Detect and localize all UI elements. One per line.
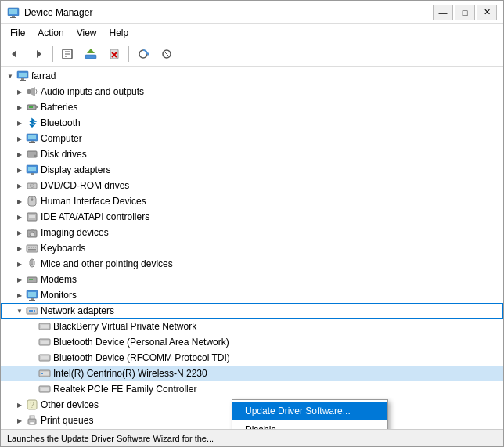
context-update-driver[interactable]: Update Driver Software... [232,402,387,420]
svg-rect-54 [28,249,30,251]
monitors-label: Monitors [41,290,77,301]
menu-help[interactable]: Help [103,26,135,40]
toolbar [1,41,503,67]
svg-rect-48 [31,229,34,231]
scan-button[interactable] [132,44,154,64]
svg-rect-2 [12,16,15,17]
svg-point-33 [34,155,37,157]
tree-network[interactable]: ▼ Network adapters [1,303,503,319]
svg-point-61 [29,279,31,280]
menu-file[interactable]: File [4,26,31,40]
tree-imaging[interactable]: ▶ Imaging devices [1,225,503,240]
network-label: Network adapters [41,305,114,316]
uninstall-button[interactable] [103,44,125,64]
expand-display[interactable]: ▶ [13,162,26,178]
menu-action[interactable]: Action [31,26,70,40]
forward-button[interactable] [27,44,49,64]
update-driver-button[interactable] [80,44,102,64]
tree-dvd[interactable]: ▶ DVD/CD-ROM drives [1,178,503,193]
hid-icon [26,195,38,207]
tree-realtek[interactable]: ▶ Realtek PCIe FE Family Controller [1,381,503,397]
modem-icon [26,273,38,286]
tree-batteries[interactable]: ▶ Batteries [1,99,503,115]
tree-computer[interactable]: ▶ Computer [1,131,503,146]
svg-rect-34 [28,153,34,153]
tree-root[interactable]: ▼ farrad [1,68,503,84]
window-title: Device Manager [24,7,92,18]
netcard-blackberry-icon [38,320,51,333]
bluetooth-icon [26,117,38,129]
mice-label: Mice and other pointing devices [41,258,173,269]
tree-hid[interactable]: ▶ Human Interface Devices [1,193,503,209]
svg-rect-64 [28,292,36,297]
svg-point-47 [30,232,34,236]
expand-mice[interactable]: ▶ [13,256,26,272]
svg-marker-4 [12,50,16,58]
properties-button[interactable] [56,44,78,64]
tree-btrfcomm[interactable]: ▶ Bluetooth Device (RFCOMM Protocol TDI) [1,350,503,366]
svg-rect-26 [36,106,38,108]
svg-rect-55 [30,249,34,251]
svg-rect-71 [34,310,35,312]
close-button[interactable]: ✕ [477,5,497,20]
tree-monitors[interactable]: ▶ Monitors [1,287,503,303]
expand-batteries[interactable]: ▶ [13,99,26,115]
tree-bluetooth[interactable]: ▶ Bluetooth [1,115,503,131]
display-icon [26,164,38,176]
svg-rect-10 [85,55,96,59]
svg-point-62 [31,279,33,280]
tree-ide[interactable]: ▶ IDE ATA/ATAPI controllers [1,209,503,225]
maximize-button[interactable]: □ [455,5,475,20]
context-disable[interactable]: Disable [232,420,387,429]
tree-blackberry[interactable]: ▶ BlackBerry Virtual Private Network [1,319,503,334]
menu-bar: File Action View Help [1,24,503,41]
expand-print[interactable]: ▶ [13,413,26,428]
expand-ide[interactable]: ▶ [13,209,26,225]
svg-rect-73 [41,325,49,328]
tree-modems[interactable]: ▶ Modems [1,272,503,287]
tree-audio[interactable]: ▶ Audio inputs and outputs [1,84,503,99]
svg-rect-36 [28,167,36,171]
dvd-label: DVD/CD-ROM drives [41,180,129,191]
expand-root[interactable]: ▼ [4,68,16,84]
svg-rect-1 [9,9,17,14]
app-icon [7,6,20,19]
svg-rect-22 [20,80,26,81]
expand-bluetooth[interactable]: ▶ [13,115,26,131]
monitor-icon [26,289,38,301]
expand-computer[interactable]: ▶ [13,131,26,146]
menu-view[interactable]: View [70,26,103,40]
tree-keyboards[interactable]: ▶ Keyboards [1,240,503,256]
refresh-button[interactable] [156,44,178,64]
expand-imaging[interactable]: ▶ [13,225,26,240]
expand-other[interactable]: ▶ [13,397,26,413]
imaging-icon [26,226,38,239]
device-tree[interactable]: ▼ farrad ▶ [1,67,503,429]
expand-hid[interactable]: ▶ [13,193,26,209]
svg-marker-24 [31,87,35,96]
back-button[interactable] [4,44,26,64]
tree-mice[interactable]: ▶ Mice and other pointing devices [1,256,503,272]
minimize-button[interactable]: — [433,5,453,20]
expand-modems[interactable]: ▶ [13,272,26,287]
computer-label: Computer [41,133,82,144]
svg-rect-51 [31,247,32,248]
expand-network[interactable]: ▼ [13,303,26,319]
mouse-icon [26,258,38,270]
tree-intel[interactable]: ▶ Intel(R) Centrino(R) Wireless-N 2230 [1,366,503,381]
tree-btpan[interactable]: ▶ Bluetooth Device (Personal Area Networ… [1,334,503,350]
tree-diskdrives[interactable]: ▶ Disk drives [1,146,503,162]
svg-rect-21 [21,78,24,80]
keyboards-label: Keyboards [41,243,85,254]
svg-rect-56 [34,249,36,251]
other-icon: ? [26,398,38,411]
expand-keyboards[interactable]: ▶ [13,240,26,256]
tree-display[interactable]: ▶ Display adapters [1,162,503,178]
expand-dvd[interactable]: ▶ [13,178,26,193]
expand-monitors[interactable]: ▶ [13,287,26,303]
expand-diskdrives[interactable]: ▶ [13,146,26,162]
expand-processors[interactable]: ▶ [13,428,26,429]
print-icon [26,414,38,427]
modems-label: Modems [41,274,77,285]
expand-audio[interactable]: ▶ [13,84,26,99]
